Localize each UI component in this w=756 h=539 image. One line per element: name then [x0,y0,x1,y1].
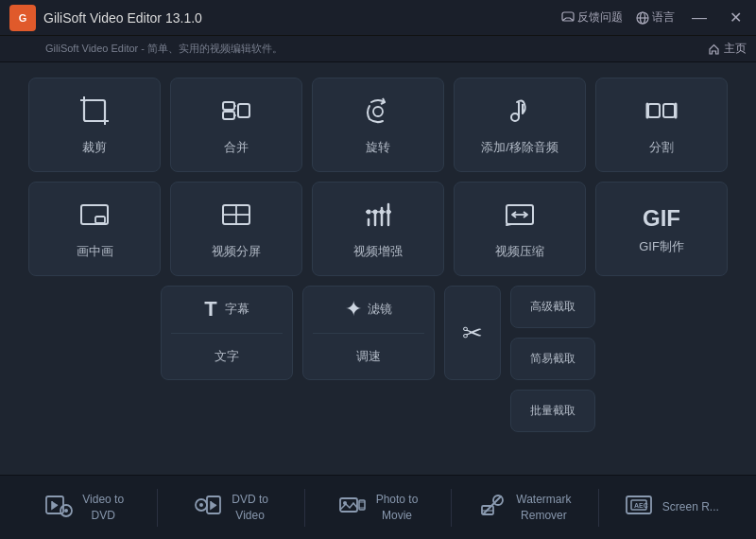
photo-to-movie-label: Photo to Movie [376,492,419,524]
filter-icon: ✦ [345,297,362,322]
app-logo: G [9,5,36,31]
svg-point-42 [64,509,68,513]
photo-to-movie-icon [338,491,367,525]
divider-2 [304,489,305,527]
svg-point-16 [373,107,383,116]
svg-point-35 [373,209,378,214]
dvd-to-video-label: DVD to Video [232,492,268,524]
merge-icon [220,95,252,131]
svg-point-44 [199,503,203,507]
enhance-icon [362,199,394,235]
filter-label: 滤镜 [368,301,392,318]
pip-label: 画中画 [77,243,113,260]
feature-gif[interactable]: GIF GIF制作 [595,182,728,276]
feature-compress[interactable]: 视频压缩 [454,182,586,276]
crop-label: 裁剪 [82,139,107,156]
crop-icon [78,95,111,131]
tool-video-to-dvd[interactable]: Video to DVD [15,485,153,530]
batch-cut-label: 批量截取 [530,403,576,419]
svg-rect-25 [95,217,105,223]
divider-3 [451,489,452,527]
rotate-icon [362,95,394,131]
feature-split[interactable]: 分割 [595,78,728,172]
svg-point-34 [367,209,371,214]
speed-label: 调速 [356,348,381,365]
feature-pip[interactable]: 画中画 [28,182,161,276]
feature-audio[interactable]: 添加/移除音频 [454,78,586,172]
screen-recorder-label: Screen R... [662,499,719,515]
svg-point-37 [387,209,391,214]
svg-rect-24 [81,205,108,224]
dvd-to-video-icon [194,491,222,525]
split-label: 分割 [649,139,674,156]
simple-cut-label: 简易截取 [530,351,576,367]
advanced-cut-label: 高级截取 [530,299,576,315]
filter-item: ✦ 滤镜 [303,287,434,333]
audio-icon [504,95,536,131]
home-link[interactable]: 主页 [708,41,747,57]
pip-icon [78,199,111,235]
feature-crop[interactable]: 裁剪 [28,78,161,172]
feature-scissors[interactable]: ✂ [444,286,501,380]
tool-dvd-to-video[interactable]: DVD to Video [162,485,300,530]
video-to-dvd-label: Video to DVD [82,492,124,524]
subtitle-text: GiliSoft Video Editor - 简单、实用的视频编辑软件。 [45,42,283,56]
svg-point-36 [380,209,385,214]
svg-text:G: G [19,12,27,24]
tool-screen-recorder[interactable]: AEC Screen R... [603,485,741,530]
compress-icon [504,199,536,235]
divider-1 [157,489,158,527]
minimize-button[interactable]: — [688,7,711,29]
tool-photo-to-movie[interactable]: Photo to Movie [309,485,447,530]
feature-row-1: 裁剪 合并 [13,78,743,172]
subtitle-t-icon: T [204,297,216,322]
split-icon [645,95,678,131]
app-title: GiliSoft Video Editor 13.1.0 [43,10,202,26]
close-button[interactable]: ✕ [724,7,747,29]
feature-merge[interactable]: 合并 [170,78,302,172]
feature-text-subtitle[interactable]: T 字幕 文字 [161,286,293,380]
svg-rect-21 [663,104,675,117]
audio-label: 添加/移除音频 [481,139,558,156]
feature-advanced-cut[interactable]: 高级截取 [510,286,595,328]
feedback-icon [561,11,575,25]
mini-cards-group: 高级截取 简易截取 批量截取 [510,286,595,432]
video-to-dvd-icon [44,491,73,525]
subtitle-item: T 字幕 [162,287,292,333]
speed-item: 调速 [303,334,434,380]
gif-label: GIF制作 [639,238,684,255]
gif-icon: GIF [643,202,680,231]
rotate-label: 旋转 [366,139,390,156]
watermark-remover-label: Watermark Remover [516,492,571,524]
language-link[interactable]: 语言 [636,9,675,26]
svg-rect-20 [648,104,660,117]
merge-label: 合并 [224,139,249,156]
feature-simple-cut[interactable]: 简易截取 [510,338,595,380]
feature-rotate[interactable]: 旋转 [312,78,444,172]
feature-filter-speed[interactable]: ✦ 滤镜 调速 [302,286,435,380]
feature-batch-cut[interactable]: 批量截取 [510,390,595,432]
scissors-icon: ✂ [462,319,483,348]
screen-recorder-icon: AEC [625,491,653,525]
feedback-link[interactable]: 反馈问题 [561,9,623,26]
titlebar: G GiliSoft Video Editor 13.1.0 反馈问题 语言 —… [0,0,756,36]
text-item: 文字 [162,334,292,380]
home-icon [708,43,720,55]
subtitlebar: GiliSoft Video Editor - 简单、实用的视频编辑软件。 主页 [0,36,756,62]
text-label: 文字 [215,348,239,365]
enhance-label: 视频增强 [353,243,403,260]
bottom-toolbar: Video to DVD DVD to Video Photo [0,475,756,539]
feature-row-2: 画中画 视频分屏 [13,182,743,276]
main-content: 裁剪 合并 [0,62,756,451]
compress-label: 视频压缩 [495,243,544,260]
globe-icon [636,11,649,25]
tool-watermark-remover[interactable]: Watermark Remover [455,485,593,530]
subtitlebar-right: 主页 [708,41,747,57]
svg-rect-12 [223,112,234,119]
multiscreen-label: 视频分屏 [212,243,261,260]
feature-enhance[interactable]: 视频增强 [312,182,444,276]
svg-text:AEC: AEC [634,502,648,509]
divider-4 [598,489,599,527]
feature-multiscreen[interactable]: 视频分屏 [170,182,302,276]
watermark-remover-icon [478,491,507,525]
